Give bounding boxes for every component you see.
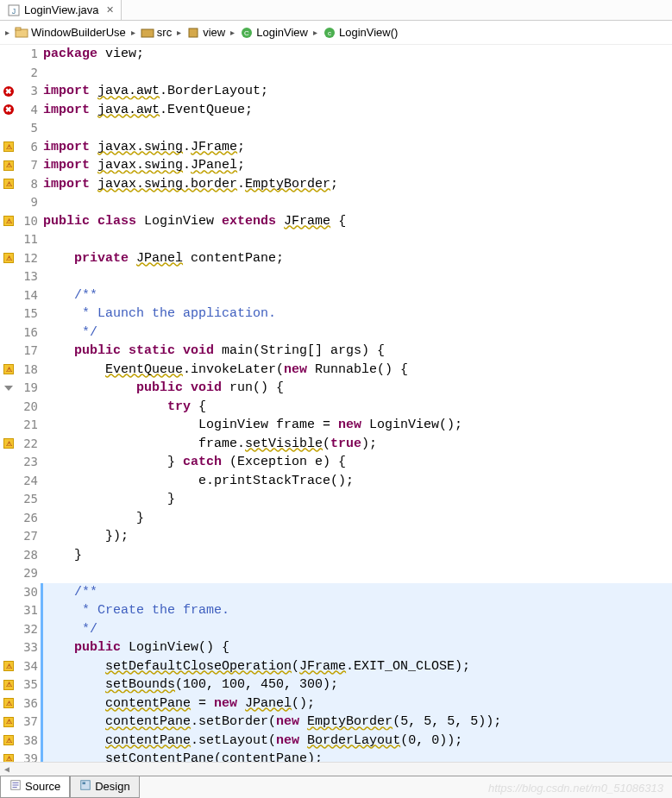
svg-text:c: c: [328, 29, 331, 37]
editor-tab-bar: J LoginView.java ✕: [0, 0, 672, 21]
line-number-gutter: 1234567891011121314151617181920212223242…: [17, 45, 41, 762]
breadcrumb: ▸ WindowBuilderUse ▸ src ▸ view ▸ C Logi…: [0, 21, 672, 45]
svg-text:C: C: [244, 29, 249, 37]
svg-rect-3: [16, 28, 21, 30]
design-tab-icon: [79, 779, 91, 794]
close-icon[interactable]: ✕: [106, 4, 114, 16]
breadcrumb-project[interactable]: WindowBuilderUse: [15, 26, 126, 40]
class-icon: C: [240, 26, 254, 40]
project-icon: [15, 26, 28, 40]
svg-rect-4: [141, 29, 154, 37]
java-file-icon: J: [7, 3, 21, 17]
editor-tab-active[interactable]: J LoginView.java ✕: [0, 0, 122, 20]
chevron-right-icon: ▸: [313, 28, 317, 37]
svg-rect-14: [81, 781, 91, 790]
marker-gutter: ✖✖⚠⚠⚠⚠⚠⚠⚠⚠⚠⚠⚠⚠⚠⚠: [0, 45, 17, 762]
chevron-right-icon: ▸: [5, 28, 9, 37]
editor-mode-tabs: Source Design https://blog.csdn.net/m0_5…: [0, 776, 672, 798]
svg-text:J: J: [12, 7, 16, 16]
code-editor[interactable]: ✖✖⚠⚠⚠⚠⚠⚠⚠⚠⚠⚠⚠⚠⚠⚠ 12345678910111213141516…: [0, 45, 672, 762]
code-area[interactable]: package view;import java.awt.BorderLayou…: [41, 45, 672, 762]
package-folder-icon: [141, 26, 154, 40]
watermark-text: https://blog.csdn.net/m0_51086313: [488, 782, 663, 795]
horizontal-scrollbar[interactable]: ◄: [0, 762, 672, 776]
package-icon: [186, 26, 200, 40]
scroll-left-icon[interactable]: ◄: [0, 764, 14, 774]
svg-rect-5: [189, 28, 198, 37]
breadcrumb-package[interactable]: view: [186, 26, 225, 40]
breadcrumb-class[interactable]: C LoginView: [240, 26, 308, 40]
source-tab-icon: [9, 779, 22, 794]
chevron-right-icon: ▸: [177, 28, 181, 37]
svg-rect-15: [83, 782, 86, 785]
breadcrumb-method[interactable]: c LoginView(): [323, 26, 398, 40]
tab-title: LoginView.java: [24, 3, 99, 16]
chevron-right-icon: ▸: [131, 28, 135, 37]
tab-source[interactable]: Source: [0, 776, 70, 798]
breadcrumb-src[interactable]: src: [141, 26, 172, 40]
chevron-right-icon: ▸: [230, 28, 235, 37]
method-icon: c: [323, 26, 336, 40]
tab-design[interactable]: Design: [70, 776, 139, 798]
